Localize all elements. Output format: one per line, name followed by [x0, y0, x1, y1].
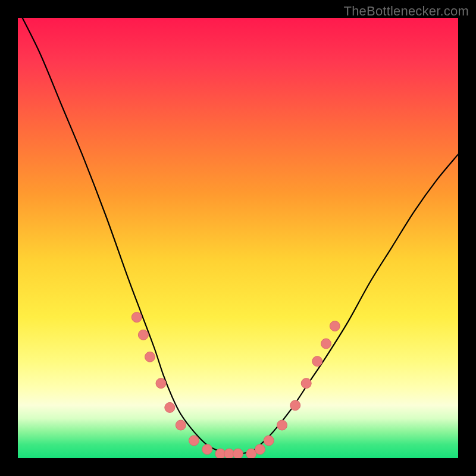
- curve-marker: [330, 321, 340, 331]
- curve-marker: [145, 352, 155, 362]
- curve-marker: [233, 449, 243, 458]
- watermark-text: TheBottlenecker.com: [344, 4, 469, 19]
- curve-marker: [189, 436, 199, 446]
- curve-marker: [312, 356, 322, 367]
- curve-marker: [165, 402, 175, 412]
- chart-svg: [18, 18, 458, 458]
- curve-marker: [290, 400, 300, 411]
- curve-marker: [176, 420, 186, 430]
- curve-markers: [131, 312, 340, 458]
- curve-marker: [321, 339, 331, 349]
- chart-frame: TheBottlenecker.com: [0, 0, 476, 476]
- curve-marker: [138, 330, 148, 340]
- curve-marker: [301, 378, 311, 389]
- curve-marker: [255, 444, 265, 455]
- curve-marker: [277, 420, 287, 430]
- bottleneck-curve: [18, 18, 458, 454]
- curve-marker: [131, 312, 142, 322]
- plot-area: [18, 18, 458, 458]
- curve-marker: [202, 444, 212, 455]
- curve-marker: [264, 436, 274, 446]
- curve-marker: [156, 378, 166, 389]
